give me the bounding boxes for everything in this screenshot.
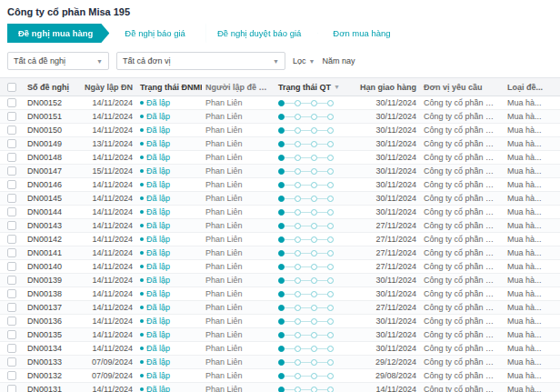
row-checkbox[interactable] (7, 357, 16, 367)
requesting-unit: Công ty cổ phần Mi... (420, 371, 504, 380)
row-checkbox[interactable] (7, 330, 16, 339)
col-header-so-de-nghi[interactable]: Số đề nghị (24, 83, 80, 92)
step-pending-icon (311, 209, 317, 216)
approval-progress-stepper (275, 196, 355, 202)
row-checkbox[interactable] (7, 194, 16, 203)
step-connector (285, 362, 295, 363)
requesting-unit: Công ty cổ phần Mi... (420, 303, 504, 312)
request-status: Đã lập (136, 385, 202, 392)
row-checkbox[interactable] (7, 166, 16, 176)
row-checkbox[interactable] (7, 98, 16, 107)
filter-funnel-icon[interactable]: ▼ (334, 84, 340, 90)
col-header-loai-de-nghi[interactable]: Loại đề... (504, 83, 560, 92)
loc-dropdown[interactable]: Lọc ▼ (293, 56, 315, 65)
row-checkbox[interactable] (7, 317, 16, 326)
step-pending-icon (327, 100, 334, 106)
table-row[interactable]: DN00150 14/11/2024 Đã lập Phan Liên 30/1… (0, 124, 560, 137)
step-done-icon (278, 373, 285, 379)
col-header-don-vi-yeu-cau[interactable]: Đơn vị yêu cầu (420, 83, 504, 92)
request-type: Mua hà... (504, 139, 560, 148)
step-connector (317, 130, 327, 131)
row-checkbox[interactable] (7, 262, 16, 271)
step-pending-icon (311, 127, 317, 134)
requesting-unit: Công ty cổ phần Mi... (420, 357, 504, 367)
table-row[interactable]: DN00149 13/11/2024 Đã lập Phan Liên 30/1… (0, 137, 560, 151)
table-row[interactable]: DN00151 14/11/2024 Đã lập Phan Liên 30/1… (0, 110, 560, 124)
table-row[interactable]: DN00136 14/11/2024 Đã lập Phan Liên 30/1… (0, 315, 560, 328)
step-done-icon (278, 318, 285, 325)
col-header-han-giao-hang[interactable]: Hạn giao hàng (355, 83, 420, 92)
request-id: DN00152 (24, 98, 80, 107)
step-done-icon (278, 250, 285, 256)
row-checkbox[interactable] (7, 139, 16, 148)
row-checkbox[interactable] (7, 248, 16, 257)
request-type: Mua hà... (504, 207, 560, 216)
table-row[interactable]: DN00134 14/11/2024 Đã lập Phan Liên 30/1… (0, 342, 560, 356)
requesting-unit: Công ty cổ phần Mi... (420, 330, 504, 339)
row-checkbox[interactable] (7, 126, 16, 135)
year-filter-label[interactable]: Năm nay (322, 56, 355, 65)
row-checkbox[interactable] (7, 207, 16, 216)
row-checkbox[interactable] (7, 276, 16, 285)
due-date: 29/12/2024 (355, 357, 420, 367)
row-checkbox[interactable] (7, 303, 16, 312)
step-pending-icon (295, 387, 301, 392)
row-checkbox[interactable] (7, 112, 16, 121)
tab-de-nghi-bao-gia[interactable]: Đề nghị báo giá (114, 24, 202, 43)
table-row[interactable]: DN00145 14/11/2024 Đã lập Phan Liên 30/1… (0, 192, 560, 206)
tab-don-mua-hang[interactable]: Đơn mua hàng (322, 24, 406, 43)
request-status: Đã lập (136, 276, 202, 285)
step-connector (317, 280, 327, 281)
row-checkbox[interactable] (7, 289, 16, 298)
request-filter-dropdown[interactable]: Tất cả đề nghị ▼ (7, 52, 109, 70)
step-connector (301, 362, 311, 363)
tab-de-nghi-mua-hang[interactable]: Đề nghị mua hàng (7, 24, 109, 43)
step-pending-icon (327, 155, 334, 161)
row-checkbox[interactable] (7, 153, 16, 162)
row-checkbox[interactable] (7, 221, 16, 230)
col-header-trang-thai-dnmh[interactable]: Trạng thái ĐNMH (136, 83, 202, 92)
select-all-checkbox[interactable] (7, 83, 16, 92)
table-row[interactable]: DN00131 14/11/2024 Đã lập Phan Liên 14/1… (0, 383, 560, 392)
purchase-request-page: Công ty cổ phần Misa 195 Đề nghị mua hàn… (0, 0, 560, 392)
table-row[interactable]: DN00142 14/11/2024 Đã lập Phan Liên 27/1… (0, 233, 560, 246)
step-pending-icon (295, 155, 301, 161)
table-row[interactable]: DN00143 14/11/2024 Đã lập Phan Liên 27/1… (0, 219, 560, 233)
request-id: DN00142 (24, 235, 80, 244)
table-row[interactable]: DN00137 14/11/2024 Đã lập Phan Liên 27/1… (0, 301, 560, 315)
table-row[interactable]: DN00152 14/11/2024 Đã lập Phan Liên 30/1… (0, 96, 560, 110)
row-checkbox[interactable] (7, 180, 16, 189)
row-checkbox[interactable] (7, 344, 16, 353)
table-row[interactable]: DN00139 14/11/2024 Đã lập Phan Liên 30/1… (0, 274, 560, 287)
request-status: Đã lập (136, 248, 202, 257)
table-row[interactable]: DN00141 14/11/2024 Đã lập Phan Liên 27/1… (0, 246, 560, 260)
unit-filter-dropdown[interactable]: Tất cả đơn vị ▼ (116, 52, 285, 70)
col-header-trang-thai-qt-label: Trạng thái QT (278, 83, 331, 92)
table-row[interactable]: DN00133 07/09/2024 Đã lập Phan Liên 29/1… (0, 356, 560, 369)
step-pending-icon (327, 141, 334, 147)
col-header-nguoi-lap[interactable]: Người lập đề nghị (202, 83, 275, 92)
step-connector (301, 226, 311, 226)
status-dot-icon (140, 374, 144, 377)
table-row[interactable]: DN00138 14/11/2024 Đã lập Phan Liên 30/1… (0, 287, 560, 301)
status-dot-icon (140, 210, 144, 214)
step-done-icon (278, 236, 285, 243)
table-row[interactable]: DN00144 14/11/2024 Đã lập Phan Liên 30/1… (0, 206, 560, 219)
row-checkbox[interactable] (7, 371, 16, 380)
table-row[interactable]: DN00146 14/11/2024 Đã lập Phan Liên 30/1… (0, 178, 560, 192)
status-label: Đã lập (146, 153, 170, 162)
col-header-trang-thai-qt[interactable]: Trạng thái QT ▼ (275, 83, 355, 92)
table-row[interactable]: DN00147 15/11/2024 Đã lập Phan Liên 30/1… (0, 165, 560, 178)
table-row[interactable]: DN00140 14/11/2024 Đã lập Phan Liên 27/1… (0, 260, 560, 274)
status-dot-icon (140, 387, 144, 391)
row-checkbox[interactable] (7, 235, 16, 244)
table-row[interactable]: DN00148 14/11/2024 Đã lập Phan Liên 30/1… (0, 151, 560, 165)
table-row[interactable]: DN00135 14/11/2024 Đã lập Phan Liên 30/1… (0, 328, 560, 342)
row-checkbox[interactable] (7, 385, 16, 392)
col-header-ngay-lap[interactable]: Ngày lập ĐN (80, 83, 136, 92)
creator-name: Phan Liên (202, 194, 275, 203)
table-row[interactable]: DN00132 07/09/2024 Đã lập Phan Liên 29/0… (0, 369, 560, 383)
tab-de-nghi-duyet-bao-gia[interactable]: Đề nghị duyệt báo giá (206, 24, 317, 43)
status-label: Đã lập (146, 112, 170, 121)
step-connector (317, 389, 327, 390)
